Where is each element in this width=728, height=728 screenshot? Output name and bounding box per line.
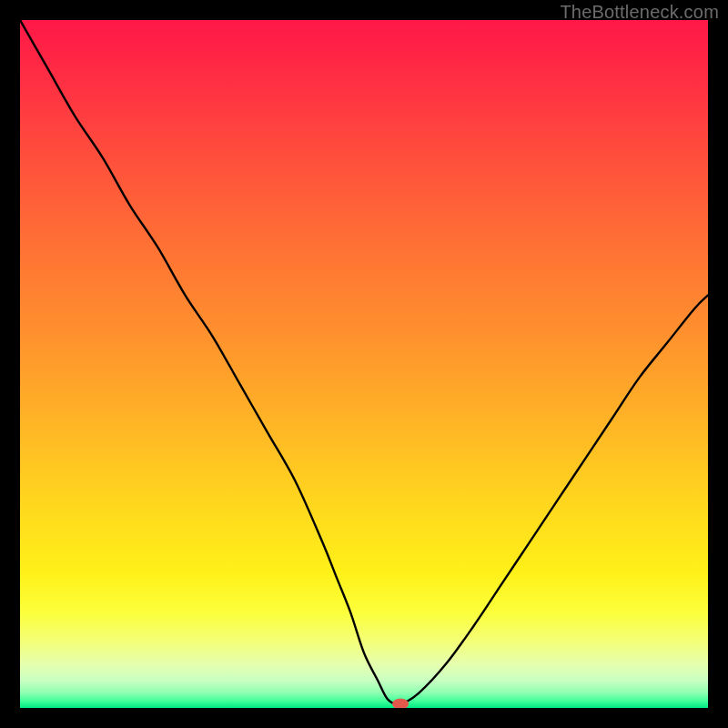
chart-svg — [20, 20, 708, 708]
chart-plot-area — [20, 20, 708, 708]
chart-background — [20, 20, 708, 708]
watermark-text: TheBottleneck.com — [560, 2, 719, 23]
chart-frame: TheBottleneck.com — [0, 0, 728, 728]
